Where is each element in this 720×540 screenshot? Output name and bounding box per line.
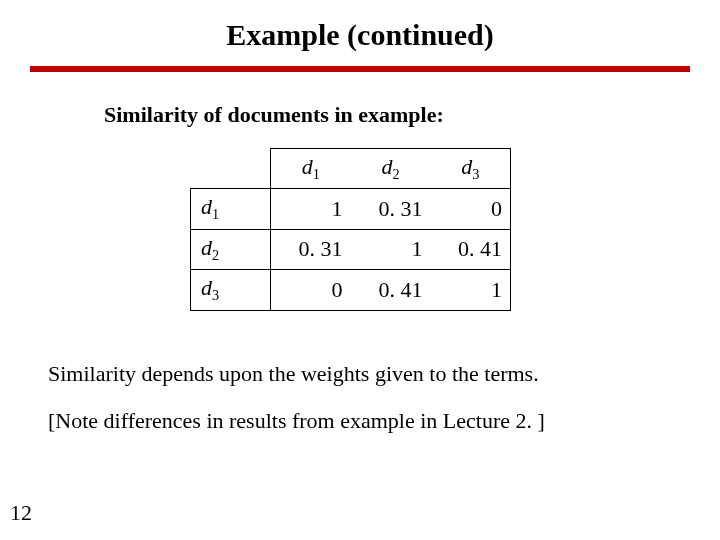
header-empty <box>191 149 271 189</box>
cell-1-1: 1 <box>271 189 351 229</box>
cell-3-3: 1 <box>431 270 511 310</box>
table-row: d1 1 0. 31 0 <box>191 189 511 229</box>
table-header-row: d1 d2 d3 <box>191 149 511 189</box>
cell-3-2: 0. 41 <box>351 270 431 310</box>
cell-2-2: 1 <box>351 229 431 269</box>
row-header-d3: d3 <box>191 270 271 310</box>
body-line-1: Similarity depends upon the weights give… <box>48 357 720 390</box>
col-header-d3: d3 <box>431 149 511 189</box>
cell-2-3: 0. 41 <box>431 229 511 269</box>
similarity-table-wrap: d1 d2 d3 d1 1 0. 31 0 d2 0. 31 1 0. 41 d… <box>190 148 720 311</box>
cell-1-3: 0 <box>431 189 511 229</box>
subheading: Similarity of documents in example: <box>104 102 720 128</box>
body-line-2: [Note differences in results from exampl… <box>48 404 720 437</box>
slide: Example (continued) Similarity of docume… <box>0 0 720 540</box>
cell-2-1: 0. 31 <box>271 229 351 269</box>
slide-title: Example (continued) <box>0 0 720 66</box>
body-text: Similarity depends upon the weights give… <box>48 357 720 437</box>
page-number: 12 <box>10 500 32 526</box>
table-row: d2 0. 31 1 0. 41 <box>191 229 511 269</box>
row-header-d1: d1 <box>191 189 271 229</box>
title-underline <box>30 66 690 72</box>
cell-1-2: 0. 31 <box>351 189 431 229</box>
row-header-d2: d2 <box>191 229 271 269</box>
cell-3-1: 0 <box>271 270 351 310</box>
similarity-table: d1 d2 d3 d1 1 0. 31 0 d2 0. 31 1 0. 41 d… <box>190 148 511 311</box>
col-header-d2: d2 <box>351 149 431 189</box>
col-header-d1: d1 <box>271 149 351 189</box>
table-row: d3 0 0. 41 1 <box>191 270 511 310</box>
